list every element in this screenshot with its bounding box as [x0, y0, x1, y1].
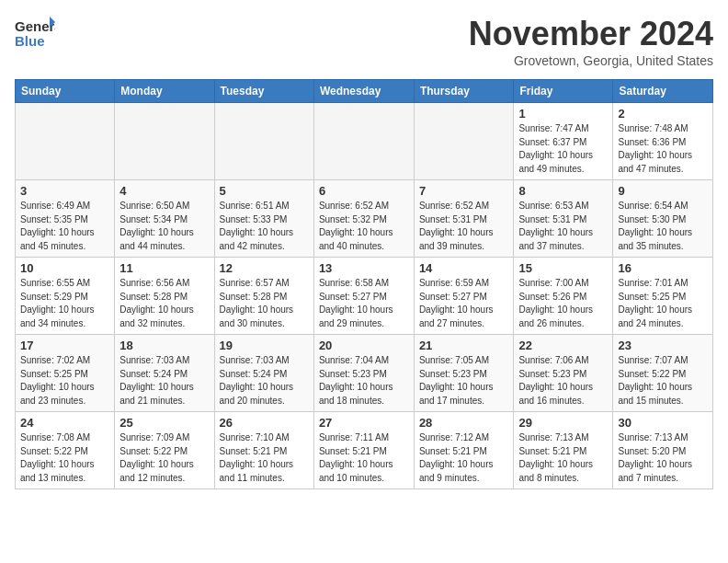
day-info: Sunrise: 7:00 AM Sunset: 5:26 PM Dayligh…	[518, 277, 608, 330]
day-number: 7	[419, 184, 509, 198]
calendar-cell: 18Sunrise: 7:03 AM Sunset: 5:24 PM Dayli…	[115, 335, 214, 412]
calendar-table: SundayMondayTuesdayWednesdayThursdayFrid…	[15, 79, 713, 489]
calendar-cell	[16, 103, 115, 180]
page-header: General Blue November 2024 Grovetown, Ge…	[15, 15, 713, 68]
calendar-cell: 14Sunrise: 6:59 AM Sunset: 5:27 PM Dayli…	[414, 258, 514, 335]
calendar-cell: 12Sunrise: 6:57 AM Sunset: 5:28 PM Dayli…	[214, 258, 313, 335]
calendar-cell: 11Sunrise: 6:56 AM Sunset: 5:28 PM Dayli…	[115, 258, 214, 335]
weekday-header-thursday: Thursday	[414, 80, 514, 103]
day-info: Sunrise: 7:03 AM Sunset: 5:24 PM Dayligh…	[220, 354, 309, 408]
calendar-cell: 23Sunrise: 7:07 AM Sunset: 5:22 PM Dayli…	[613, 335, 713, 412]
calendar-cell: 29Sunrise: 7:13 AM Sunset: 5:21 PM Dayli…	[514, 412, 613, 489]
day-number: 17	[20, 339, 109, 352]
day-number: 9	[618, 184, 708, 198]
day-info: Sunrise: 6:52 AM Sunset: 5:31 PM Dayligh…	[419, 200, 509, 253]
calendar-cell: 28Sunrise: 7:12 AM Sunset: 5:21 PM Dayli…	[414, 412, 514, 489]
day-info: Sunrise: 6:58 AM Sunset: 5:27 PM Dayligh…	[319, 277, 409, 330]
day-info: Sunrise: 7:08 AM Sunset: 5:22 PM Dayligh…	[20, 431, 109, 485]
day-number: 27	[319, 416, 409, 430]
day-info: Sunrise: 7:05 AM Sunset: 5:23 PM Dayligh…	[419, 354, 509, 408]
calendar-cell: 30Sunrise: 7:13 AM Sunset: 5:20 PM Dayli…	[613, 412, 713, 489]
calendar-cell: 19Sunrise: 7:03 AM Sunset: 5:24 PM Dayli…	[214, 335, 313, 412]
calendar-cell: 20Sunrise: 7:04 AM Sunset: 5:23 PM Dayli…	[313, 335, 414, 412]
svg-text:General: General	[15, 18, 55, 34]
day-number: 24	[20, 416, 109, 430]
day-info: Sunrise: 7:04 AM Sunset: 5:23 PM Dayligh…	[319, 354, 409, 408]
day-info: Sunrise: 7:13 AM Sunset: 5:21 PM Dayligh…	[518, 431, 608, 485]
day-number: 16	[618, 261, 708, 275]
day-info: Sunrise: 7:12 AM Sunset: 5:21 PM Dayligh…	[419, 431, 509, 485]
calendar-cell: 2Sunrise: 7:48 AM Sunset: 6:36 PM Daylig…	[613, 103, 713, 180]
day-info: Sunrise: 7:11 AM Sunset: 5:21 PM Dayligh…	[319, 431, 409, 485]
calendar-cell	[414, 103, 514, 180]
day-number: 14	[419, 261, 509, 275]
day-info: Sunrise: 6:56 AM Sunset: 5:28 PM Dayligh…	[119, 277, 209, 330]
calendar-cell: 24Sunrise: 7:08 AM Sunset: 5:22 PM Dayli…	[16, 412, 115, 489]
calendar-cell: 22Sunrise: 7:06 AM Sunset: 5:23 PM Dayli…	[514, 335, 613, 412]
day-number: 12	[220, 261, 309, 275]
day-info: Sunrise: 7:06 AM Sunset: 5:23 PM Dayligh…	[518, 354, 608, 408]
day-number: 1	[518, 107, 608, 121]
day-info: Sunrise: 7:48 AM Sunset: 6:36 PM Dayligh…	[618, 122, 708, 176]
day-info: Sunrise: 6:49 AM Sunset: 5:35 PM Dayligh…	[20, 200, 109, 253]
day-number: 30	[618, 416, 708, 430]
day-number: 8	[518, 184, 608, 198]
calendar-cell	[214, 103, 313, 180]
day-info: Sunrise: 6:57 AM Sunset: 5:28 PM Dayligh…	[220, 277, 309, 330]
day-number: 18	[119, 339, 209, 352]
calendar-week-5: 24Sunrise: 7:08 AM Sunset: 5:22 PM Dayli…	[16, 412, 713, 489]
calendar-cell: 6Sunrise: 6:52 AM Sunset: 5:32 PM Daylig…	[313, 180, 414, 258]
day-number: 23	[618, 339, 708, 352]
day-number: 2	[618, 107, 708, 121]
weekday-header-sunday: Sunday	[16, 80, 115, 103]
day-info: Sunrise: 7:13 AM Sunset: 5:20 PM Dayligh…	[618, 431, 708, 485]
calendar-cell: 21Sunrise: 7:05 AM Sunset: 5:23 PM Dayli…	[414, 335, 514, 412]
weekday-header-tuesday: Tuesday	[214, 80, 313, 103]
calendar-cell	[115, 103, 214, 180]
day-number: 21	[419, 339, 509, 352]
day-info: Sunrise: 6:59 AM Sunset: 5:27 PM Dayligh…	[419, 277, 509, 330]
calendar-cell: 16Sunrise: 7:01 AM Sunset: 5:25 PM Dayli…	[613, 258, 713, 335]
day-number: 19	[220, 339, 309, 352]
day-info: Sunrise: 7:07 AM Sunset: 5:22 PM Dayligh…	[618, 354, 708, 408]
calendar-week-4: 17Sunrise: 7:02 AM Sunset: 5:25 PM Dayli…	[16, 335, 713, 412]
calendar-cell: 17Sunrise: 7:02 AM Sunset: 5:25 PM Dayli…	[16, 335, 115, 412]
day-number: 6	[319, 184, 409, 198]
calendar-cell: 8Sunrise: 6:53 AM Sunset: 5:31 PM Daylig…	[514, 180, 613, 258]
day-number: 13	[319, 261, 409, 275]
day-info: Sunrise: 6:55 AM Sunset: 5:29 PM Dayligh…	[20, 277, 109, 330]
day-number: 10	[20, 261, 109, 275]
day-info: Sunrise: 6:51 AM Sunset: 5:33 PM Dayligh…	[220, 200, 309, 253]
day-number: 25	[119, 416, 209, 430]
calendar-cell	[313, 103, 414, 180]
calendar-week-3: 10Sunrise: 6:55 AM Sunset: 5:29 PM Dayli…	[16, 258, 713, 335]
title-area: November 2024 Grovetown, Georgia, United…	[469, 15, 713, 68]
calendar-cell: 26Sunrise: 7:10 AM Sunset: 5:21 PM Dayli…	[214, 412, 313, 489]
weekday-header-monday: Monday	[115, 80, 214, 103]
location: Grovetown, Georgia, United States	[469, 53, 713, 68]
calendar-cell: 3Sunrise: 6:49 AM Sunset: 5:35 PM Daylig…	[16, 180, 115, 258]
day-number: 15	[518, 261, 608, 275]
day-number: 5	[220, 184, 309, 198]
day-number: 26	[220, 416, 309, 430]
day-info: Sunrise: 6:52 AM Sunset: 5:32 PM Dayligh…	[319, 200, 409, 253]
day-info: Sunrise: 7:47 AM Sunset: 6:37 PM Dayligh…	[518, 122, 608, 176]
calendar-header-row: SundayMondayTuesdayWednesdayThursdayFrid…	[16, 80, 713, 103]
svg-text:Blue: Blue	[15, 33, 45, 49]
weekday-header-saturday: Saturday	[613, 80, 713, 103]
calendar-week-1: 1Sunrise: 7:47 AM Sunset: 6:37 PM Daylig…	[16, 103, 713, 180]
day-number: 4	[119, 184, 209, 198]
calendar-cell: 15Sunrise: 7:00 AM Sunset: 5:26 PM Dayli…	[514, 258, 613, 335]
day-number: 3	[20, 184, 109, 198]
calendar-week-2: 3Sunrise: 6:49 AM Sunset: 5:35 PM Daylig…	[16, 180, 713, 258]
calendar-cell: 25Sunrise: 7:09 AM Sunset: 5:22 PM Dayli…	[115, 412, 214, 489]
calendar-cell: 5Sunrise: 6:51 AM Sunset: 5:33 PM Daylig…	[214, 180, 313, 258]
calendar-cell: 4Sunrise: 6:50 AM Sunset: 5:34 PM Daylig…	[115, 180, 214, 258]
day-number: 20	[319, 339, 409, 352]
calendar-cell: 9Sunrise: 6:54 AM Sunset: 5:30 PM Daylig…	[613, 180, 713, 258]
calendar-cell: 13Sunrise: 6:58 AM Sunset: 5:27 PM Dayli…	[313, 258, 414, 335]
day-info: Sunrise: 7:10 AM Sunset: 5:21 PM Dayligh…	[220, 431, 309, 485]
calendar-cell: 1Sunrise: 7:47 AM Sunset: 6:37 PM Daylig…	[514, 103, 613, 180]
logo: General Blue	[15, 15, 55, 52]
calendar-cell: 10Sunrise: 6:55 AM Sunset: 5:29 PM Dayli…	[16, 258, 115, 335]
